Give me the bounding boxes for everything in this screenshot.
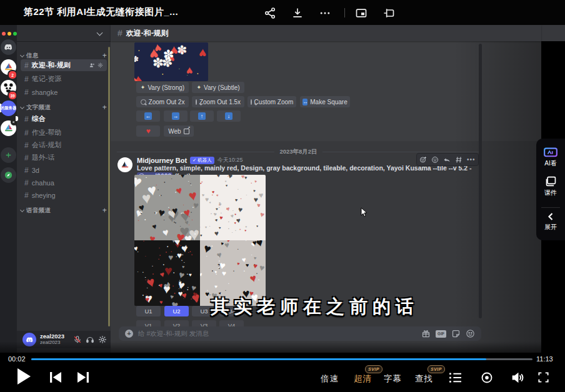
channel-settings-gear-icon[interactable] [98, 62, 103, 68]
dot-glyph: ● [245, 291, 246, 293]
channel-shangke[interactable]: # shangke [21, 86, 107, 98]
dot-glyph: ● [144, 277, 146, 279]
channel-zonghe[interactable]: # 综合 [21, 113, 107, 125]
attach-file-icon[interactable]: + [125, 330, 133, 338]
add-channel-icon[interactable]: + [102, 51, 107, 60]
category-info[interactable]: 信息 + [21, 51, 107, 60]
record-mode-icon[interactable] [481, 371, 493, 384]
custom-zoom-button[interactable]: Custom Zoom [248, 96, 296, 107]
macos-minimize-light [8, 32, 11, 36]
channel-offtopic[interactable]: # 题外-话 [21, 152, 107, 164]
next-track-button[interactable] [77, 372, 89, 383]
category-label: 信息 [26, 52, 39, 60]
dot-glyph: ● [181, 254, 183, 257]
expand-panel-button[interactable]: 展开 [536, 212, 565, 232]
zoom-out-1-5x-button[interactable]: Zoom Out 1.5x [192, 96, 244, 107]
midjourney-bot-avatar[interactable] [118, 157, 132, 172]
gift-icon[interactable] [421, 329, 431, 338]
category-text-channels[interactable]: 文字频道 + [21, 103, 107, 112]
strawberry-pattern-image[interactable]: ♥♥♥♥♥♥♥♥♥✽✽✽✽✽●●●●●●● [134, 42, 208, 81]
fullscreen-icon[interactable] [538, 371, 549, 383]
make-square-button[interactable]: ↔ Make Square [300, 96, 350, 107]
courseware-button[interactable]: 课件 [536, 176, 565, 197]
dot-glyph: ● [142, 295, 144, 297]
dot-glyph: ● [175, 222, 177, 225]
dot-glyph: ● [188, 252, 189, 254]
channel-homework[interactable]: # 作业-帮助 [21, 127, 107, 139]
dot-glyph: ● [187, 289, 189, 292]
invite-people-icon[interactable] [89, 62, 95, 68]
heart-pattern-grid-image[interactable]: ♥♥♥♥♥♥♥♥♥♥♥♥♥♥♥♥♥♥♥♥♥♥♥♥♥♥●●●●●●●●●●●●●●… [134, 175, 266, 306]
upscale-u1-button[interactable]: U1 [136, 306, 161, 316]
category-voice-channels[interactable]: 语音频道 + [21, 206, 107, 215]
playback-speed-button[interactable]: 倍速 [321, 373, 339, 385]
more-options-icon[interactable] [319, 7, 331, 19]
more-actions-icon[interactable]: ••• [467, 156, 476, 163]
pan-right-button[interactable]: → [164, 110, 188, 122]
emoji-picker-icon[interactable] [466, 329, 475, 338]
headphones-icon[interactable] [86, 335, 94, 344]
add-server-button[interactable] [1, 147, 16, 163]
avatar[interactable] [22, 333, 36, 346]
previous-track-button[interactable] [50, 372, 62, 383]
explore-servers-button[interactable] [1, 167, 16, 183]
channel-notes[interactable]: # 笔记-资源 [21, 73, 107, 85]
share-icon[interactable] [264, 7, 276, 19]
gif-picker-icon[interactable]: GIF [436, 330, 446, 338]
zoom-out-2x-button[interactable]: Zoom Out 2x [136, 96, 189, 107]
message-input-bar[interactable]: + 给 #欢迎-和-规则 发消息 GIF [119, 326, 481, 341]
heart-glyph: ♥ [162, 279, 172, 293]
channel-planning[interactable]: # 会话-规划 [21, 139, 107, 151]
sticker-icon[interactable] [451, 329, 461, 338]
vary-strong-button[interactable]: ✦ Vary (Strong) [136, 82, 189, 93]
cast-screen-icon[interactable] [382, 7, 395, 19]
leaf-dot-glyph: ● [162, 73, 163, 76]
reply-icon[interactable] [443, 156, 451, 164]
thread-icon[interactable] [455, 156, 462, 164]
settings-gear-icon[interactable] [98, 335, 107, 344]
ai-watch-button[interactable]: AI看 [536, 147, 565, 168]
upscale-u2-button-selected[interactable]: U2 [164, 306, 189, 316]
quality-button[interactable]: 超清 [354, 373, 372, 385]
chat-scrollbar[interactable] [479, 44, 482, 318]
volume-icon[interactable] [511, 371, 524, 384]
dot-glyph: ● [146, 293, 147, 295]
dot-glyph: ● [213, 213, 214, 215]
picture-in-picture-icon[interactable] [355, 7, 368, 19]
channel-welcome[interactable]: # 欢迎-和-规则 [21, 59, 107, 71]
mic-muted-icon[interactable] [73, 335, 82, 344]
add-reaction-icon[interactable] [419, 156, 427, 164]
web-open-button[interactable]: Web [164, 125, 194, 137]
discord-home-button[interactable] [1, 39, 16, 55]
server-header[interactable] [17, 25, 111, 41]
seek-bar[interactable] [31, 358, 532, 360]
playlist-icon[interactable] [449, 372, 462, 383]
server-icon-active[interactable]: 的服务器 [1, 100, 16, 116]
heart-glyph: ♥ [146, 182, 158, 199]
heart-reaction-button[interactable]: ♥ [136, 125, 160, 137]
pan-left-button[interactable]: ← [136, 110, 160, 122]
subtitle-toggle-button[interactable]: 字幕 [384, 373, 402, 385]
sidebar-scrollbar[interactable] [108, 47, 110, 326]
server-unread-badge: 39 [8, 91, 18, 100]
message-author[interactable]: Midjourney Bot [137, 157, 187, 164]
vary-subtle-button[interactable]: ✦ Vary (Subtle) [192, 82, 244, 93]
pan-down-button[interactable]: ↓ [217, 110, 241, 122]
dot-glyph: ● [179, 287, 181, 289]
add-channel-icon[interactable]: + [102, 103, 107, 112]
emoji-icon[interactable] [431, 156, 439, 164]
pan-up-button[interactable]: ↑ [190, 110, 214, 122]
discord-server-rail: 2 39 的服务器 [0, 25, 17, 353]
dot-glyph: ● [164, 289, 166, 291]
channel-3d[interactable]: # 3d [21, 164, 107, 176]
channel-sheying[interactable]: # sheying [21, 189, 107, 201]
channel-chahua[interactable]: # chahua [21, 177, 107, 189]
message-input-placeholder[interactable]: 给 #欢迎-和-规则 发消息 [138, 330, 416, 338]
add-channel-icon[interactable]: + [102, 206, 107, 215]
video-frame[interactable]: 2 39 的服务器 [0, 25, 565, 353]
find-button[interactable]: 查找 [415, 373, 433, 385]
download-icon[interactable] [291, 7, 304, 19]
heart-glyph: ♥ [181, 265, 184, 270]
external-link-icon [184, 129, 189, 134]
play-button[interactable] [16, 368, 31, 385]
